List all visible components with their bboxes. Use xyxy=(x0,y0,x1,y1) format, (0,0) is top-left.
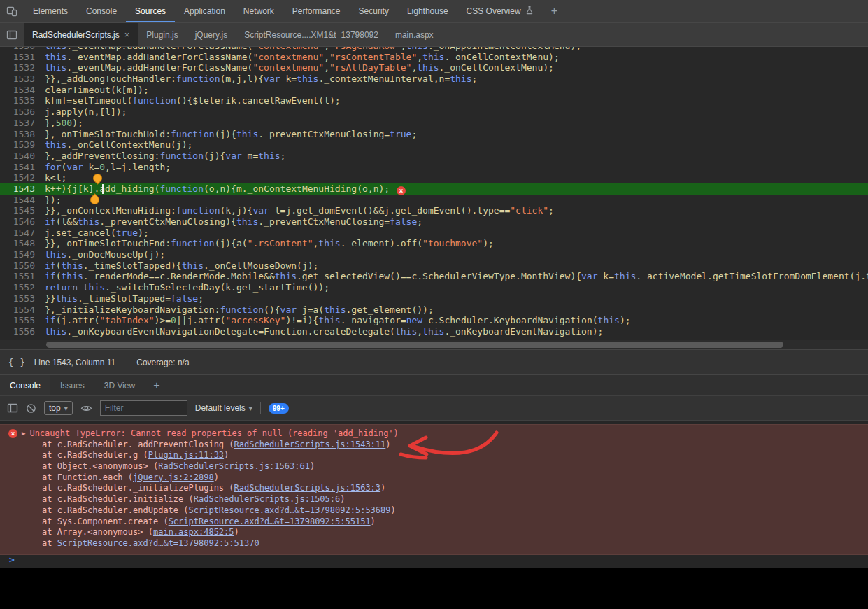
drawer-tab-console[interactable]: Console xyxy=(0,375,50,396)
code-text[interactable]: j.set_cancel(true); xyxy=(45,227,149,239)
line-number[interactable]: 1540 xyxy=(0,150,45,162)
line-number[interactable]: 1539 xyxy=(0,139,45,150)
drawer-tab-3d-view[interactable]: 3D View xyxy=(94,375,145,396)
stack-frame-link[interactable]: RadSchedulerScripts.js:1563:3 xyxy=(234,483,381,493)
more-drawer-tabs-button[interactable]: + xyxy=(145,375,168,396)
execution-context-selector[interactable]: top ▾ xyxy=(44,401,73,415)
file-tab-jquery-js[interactable]: jQuery.js xyxy=(187,23,236,46)
line-number[interactable]: 1536 xyxy=(0,106,45,118)
code-text[interactable]: this._eventMap.addHandlerForClassName("c… xyxy=(45,62,554,74)
stack-frame-link[interactable]: ScriptResource.axd?d…&t=13798092:5:53689 xyxy=(189,505,391,515)
stack-frame-link[interactable]: jQuery.js:2:2898 xyxy=(133,472,214,482)
code-text[interactable]: },_addPreventClosing:function(j){var m=t… xyxy=(45,150,285,162)
line-number[interactable]: 1551 xyxy=(0,271,45,282)
line-number[interactable]: 1531 xyxy=(0,52,45,63)
panel-tab-elements[interactable]: Elements xyxy=(24,0,77,22)
code-text[interactable]: if(this._renderMode==c.RenderMode.Mobile… xyxy=(45,271,868,282)
toggle-navigator-button[interactable] xyxy=(0,23,24,46)
file-tab-scriptresource-xm1-t-13798092[interactable]: ScriptResource....XM1&t=13798092 xyxy=(236,23,387,46)
issues-count-badge[interactable]: 99+ xyxy=(269,403,289,414)
stack-frame-link[interactable]: RadSchedulerScripts.js:1543:11 xyxy=(234,440,386,449)
code-text[interactable]: }); xyxy=(45,195,61,206)
stack-frame-link[interactable]: RadSchedulerScripts.js:1563:61 xyxy=(158,461,310,471)
code-text[interactable]: k[m]=setTimeout(function(){$telerik.canc… xyxy=(45,95,341,106)
file-tab-main-aspx[interactable]: main.aspx xyxy=(387,23,442,46)
code-text[interactable]: this._onCellContextMenu(j); xyxy=(45,139,192,150)
code-text[interactable]: this._onKeyboardEventNavigationDelegate=… xyxy=(45,326,603,337)
stack-frame-link[interactable]: Plugin.js:11:33 xyxy=(148,450,224,460)
line-number[interactable]: 1545 xyxy=(0,205,45,216)
clear-console-button[interactable] xyxy=(26,403,36,414)
code-text[interactable]: j.apply(n,[l]); xyxy=(45,106,127,118)
panel-tab-sources[interactable]: Sources xyxy=(126,0,175,22)
code-text[interactable]: if(this._timeSlotTapped){this._onCellMou… xyxy=(45,260,318,272)
file-tab-plugin-js[interactable]: Plugin.js xyxy=(138,23,186,46)
expand-triangle-icon[interactable]: ▶ xyxy=(22,428,25,440)
more-panels-button[interactable]: + xyxy=(543,0,566,22)
code-text[interactable]: this._eventMap.addHandlerForClassName("c… xyxy=(45,47,581,52)
line-number[interactable]: 1547 xyxy=(0,227,45,239)
code-text[interactable]: this._eventMap.addHandlerForClassName("c… xyxy=(45,52,560,63)
code-text[interactable]: },500); xyxy=(45,118,83,129)
code-text[interactable]: for(var k=0,l=j.length; xyxy=(45,162,171,173)
code-text[interactable]: }}this._timeSlotTapped=false; xyxy=(45,293,204,304)
log-levels-selector[interactable]: Default levels ▾ xyxy=(195,403,252,413)
console-prompt[interactable]: > xyxy=(0,554,868,566)
stack-frame-link[interactable]: ScriptResource.axd?d…&t=13798092:5:51370 xyxy=(57,538,259,548)
panel-tab-network[interactable]: Network xyxy=(234,0,283,22)
line-number[interactable]: 1555 xyxy=(0,315,45,326)
line-number[interactable]: 1530 xyxy=(0,47,45,52)
console-sidebar-button[interactable] xyxy=(7,402,18,414)
code-text[interactable]: if(j.attr("tabIndex")>=0||j.attr("access… xyxy=(45,315,631,326)
panel-tab-lighthouse[interactable]: Lighthouse xyxy=(398,0,457,22)
line-number[interactable]: 1541 xyxy=(0,162,45,173)
line-number[interactable]: 1534 xyxy=(0,85,45,96)
code-text[interactable]: k<l; xyxy=(45,172,66,183)
stack-frame-link[interactable]: ScriptResource.axd?d…&t=13798092:5:55151 xyxy=(169,517,371,526)
source-editor[interactable]: 1530this._eventMap.addHandlerForClassNam… xyxy=(0,47,868,349)
line-number[interactable]: 1553 xyxy=(0,293,45,304)
line-number[interactable]: 1543 xyxy=(0,183,45,195)
line-number[interactable]: 1537 xyxy=(0,118,45,129)
code-text[interactable]: k++){j[k].add_hiding(function(o,n){m._on… xyxy=(45,183,406,195)
live-expression-button[interactable] xyxy=(80,402,92,414)
code-text[interactable]: },_initializeKeyboardNavigation:function… xyxy=(45,304,434,316)
panel-tab-security[interactable]: Security xyxy=(350,0,398,22)
code-text[interactable]: this._onDocMouseUp(j); xyxy=(45,249,165,260)
code-text[interactable]: return this._switchToSelectedDay(k.get_s… xyxy=(45,282,329,293)
close-tab-icon[interactable]: × xyxy=(124,29,130,40)
code-text[interactable]: clearTimeout(k[m]); xyxy=(45,85,149,96)
horizontal-scrollbar[interactable] xyxy=(0,340,868,349)
code-text[interactable]: }},_onContextMenuHiding:function(k,j){va… xyxy=(45,205,554,216)
line-number[interactable]: 1532 xyxy=(0,62,45,74)
panel-tab-console[interactable]: Console xyxy=(77,0,126,22)
line-number[interactable]: 1549 xyxy=(0,249,45,260)
line-error-icon[interactable]: × xyxy=(397,186,406,195)
panel-tab-application[interactable]: Application xyxy=(175,0,234,22)
line-number[interactable]: 1535 xyxy=(0,95,45,106)
drawer-tab-issues[interactable]: Issues xyxy=(50,375,94,396)
horizontal-scrollbar-thumb[interactable] xyxy=(46,342,783,348)
line-number[interactable]: 1538 xyxy=(0,129,45,140)
file-tab-radschedulerscripts-js[interactable]: RadSchedulerScripts.js× xyxy=(24,23,138,46)
code-text[interactable]: },_onTimeSlotTouchHold:function(j){this.… xyxy=(45,129,417,140)
line-number[interactable]: 1544 xyxy=(0,195,45,206)
pretty-print-button[interactable]: { } xyxy=(8,358,26,368)
line-number[interactable]: 1552 xyxy=(0,282,45,293)
stack-frame-link[interactable]: main.aspx:4852:5 xyxy=(153,527,234,537)
stack-frame-link[interactable]: RadSchedulerScripts.js:1505:6 xyxy=(194,494,341,504)
line-number[interactable]: 1533 xyxy=(0,74,45,85)
panel-tab-css-overview[interactable]: CSS Overview xyxy=(457,0,543,22)
console-filter-input[interactable] xyxy=(100,400,187,416)
line-number[interactable]: 1550 xyxy=(0,260,45,272)
code-text[interactable]: }},_onTimeSlotTouchEnd:function(j){a(".r… xyxy=(45,238,494,249)
line-number[interactable]: 1554 xyxy=(0,304,45,316)
line-number[interactable]: 1542 xyxy=(0,172,45,183)
code-text[interactable]: if(l&&this._preventCtxMenuClosing){this.… xyxy=(45,216,422,227)
line-number[interactable]: 1546 xyxy=(0,216,45,227)
line-number[interactable]: 1556 xyxy=(0,326,45,337)
toggle-device-toolbar-button[interactable] xyxy=(0,0,24,22)
code-text[interactable]: }},_addLongTouchHandler:function(m,j,l){… xyxy=(45,74,477,85)
line-number[interactable]: 1548 xyxy=(0,238,45,249)
panel-tab-performance[interactable]: Performance xyxy=(283,0,350,22)
